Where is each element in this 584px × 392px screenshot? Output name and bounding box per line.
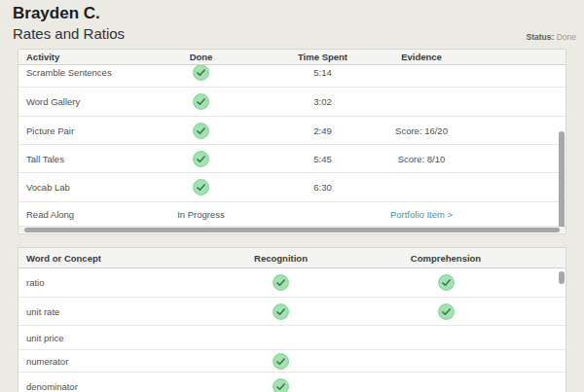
check-icon: [273, 274, 289, 291]
comprehension-cell: [347, 303, 566, 320]
done-cell: [145, 151, 257, 167]
student-progress-page: Brayden C. Rates and Ratios Status: Done…: [0, 0, 584, 392]
activity-name: Scramble Sentences: [18, 67, 145, 78]
check-icon: [273, 303, 289, 320]
time-spent-cell: 3:02: [257, 96, 388, 107]
activity-row: Word Gallery3:02: [18, 88, 566, 117]
column-header-comprehension: Comprehension: [347, 253, 566, 264]
activity-name: Read Along: [18, 209, 145, 220]
activity-row: Tall Tales5:45Score: 8/10: [18, 145, 566, 173]
recognition-cell: [215, 274, 347, 291]
activity-name: Picture Pair: [18, 125, 145, 136]
check-icon: [438, 274, 455, 291]
concept-row: ratio: [18, 268, 566, 298]
recognition-cell: [215, 378, 347, 392]
concepts-vertical-scrollbar-thumb[interactable]: [559, 271, 565, 284]
activity-row: Scramble Sentences5:14: [18, 65, 566, 88]
recognition-cell: [215, 353, 347, 370]
column-header-word-or-concept: Word or Concept: [18, 253, 215, 264]
activity-row: Read AlongIn ProgressPortfolio Item >: [18, 202, 566, 227]
activities-horizontal-scrollbar-thumb[interactable]: [24, 228, 561, 232]
check-icon: [193, 123, 209, 139]
recognition-cell: [215, 303, 347, 320]
concept-row: denominator: [18, 373, 566, 392]
concept-name: unit price: [18, 333, 215, 343]
concept-row: unit price: [18, 326, 566, 350]
activity-name: Vocab Lab: [18, 182, 145, 193]
comprehension-cell: [347, 274, 566, 291]
check-icon: [193, 65, 209, 81]
done-cell: [145, 179, 257, 196]
activities-vertical-scrollbar-thumb[interactable]: [559, 131, 565, 232]
concepts-vertical-scrollbar[interactable]: [559, 268, 565, 392]
check-icon: [273, 353, 289, 370]
concept-name: unit rate: [18, 306, 215, 317]
time-spent-cell: 6:30: [257, 182, 388, 193]
status-badge: Status: Done: [526, 32, 576, 42]
done-cell: [145, 123, 257, 139]
activity-name: Tall Tales: [18, 154, 145, 164]
time-spent-cell: 5:45: [257, 154, 388, 164]
column-header-done: Done: [145, 52, 257, 62]
concept-name: denominator: [18, 381, 215, 392]
concepts-table-card: Word or Concept Recognition Comprehensio…: [18, 247, 566, 392]
check-icon: [273, 378, 289, 392]
column-header-activity: Activity: [18, 52, 145, 62]
concepts-table-header: Word or Concept Recognition Comprehensio…: [18, 248, 566, 268]
student-name: Brayden C.: [13, 4, 100, 23]
status-label: Status:: [526, 32, 554, 42]
concept-name: ratio: [18, 277, 215, 288]
time-spent-cell: 5:14: [257, 67, 388, 78]
activity-row: Picture Pair2:49Score: 16/20: [18, 117, 566, 145]
activities-table-header: Activity Done Time Spent Evidence: [18, 50, 566, 65]
evidence-cell: Score: 16/20: [388, 125, 455, 136]
concept-row: unit rate: [18, 298, 566, 326]
column-header-evidence: Evidence: [388, 52, 455, 62]
status-value: Done: [557, 32, 576, 42]
activities-table-card: Activity Done Time Spent Evidence Scramb…: [18, 49, 566, 234]
evidence-cell: Score: 8/10: [388, 154, 455, 164]
check-icon: [193, 179, 209, 196]
portfolio-item-link[interactable]: Portfolio Item >: [388, 209, 455, 220]
activity-row: Vocab Lab6:30: [18, 173, 566, 202]
activities-vertical-scrollbar[interactable]: [559, 65, 565, 228]
done-cell: [145, 65, 257, 81]
done-cell: In Progress: [145, 209, 257, 220]
check-icon: [193, 93, 209, 110]
check-icon: [193, 151, 209, 167]
activity-name: Word Gallery: [18, 96, 145, 107]
in-progress-label: In Progress: [177, 209, 225, 220]
column-header-time-spent: Time Spent: [257, 52, 388, 62]
activities-horizontal-scrollbar[interactable]: [18, 227, 566, 232]
done-cell: [145, 93, 257, 110]
concept-name: numerator: [18, 356, 215, 367]
lesson-title: Rates and Ratios: [13, 25, 125, 42]
time-spent-cell: 2:49: [257, 125, 388, 136]
concept-row: numerator: [18, 350, 566, 373]
check-icon: [438, 303, 455, 320]
column-header-recognition: Recognition: [215, 253, 347, 264]
activities-scroll-viewport[interactable]: Scramble Sentences5:14Word Gallery3:02Pi…: [18, 65, 566, 228]
